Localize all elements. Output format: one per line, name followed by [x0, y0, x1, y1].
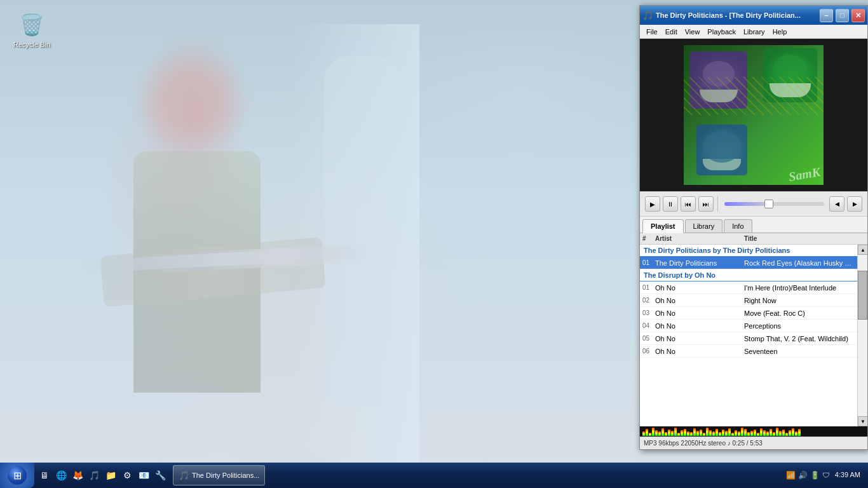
vis-bar [652, 428, 654, 436]
playlist-item-0-0-artist: The Dirty Politicians [655, 259, 744, 267]
vis-bar [655, 430, 658, 436]
firefox-icon[interactable]: 🦊 [70, 468, 85, 483]
menu-edit[interactable]: Edit [661, 27, 681, 37]
systray-battery[interactable]: 🔋 [810, 471, 820, 480]
show-desktop-icon[interactable]: 🖥 [37, 468, 52, 483]
vis-bar [700, 430, 702, 436]
playlist-item-1-0-num: 01 [642, 284, 655, 291]
vis-bar [646, 429, 648, 436]
systray-volume[interactable]: 🔊 [798, 471, 808, 480]
vis-bar [687, 431, 689, 436]
playlist-item-1-4-artist: Oh No [655, 335, 744, 342]
art-graffiti: SamK [787, 165, 821, 184]
maximize-button[interactable]: □ [836, 9, 849, 22]
playlist-item-1-5-num: 06 [642, 348, 655, 355]
playlist-item-1-3-title: Perceptions [744, 322, 855, 330]
vis-bar [642, 431, 645, 436]
art-lines [684, 77, 824, 115]
recycle-bin-icon: 🗑️ [13, 13, 51, 37]
vis-bar [677, 433, 680, 436]
playlist-item-1-1-artist: Oh No [655, 297, 744, 304]
volume-up-button[interactable]: ▶ [847, 196, 862, 212]
separator-1 [717, 196, 718, 212]
vis-bar [773, 432, 775, 436]
start-orb[interactable]: ⊞ [8, 466, 27, 485]
vis-bar [779, 431, 782, 436]
misc-icon-2[interactable]: ⚙ [119, 468, 135, 483]
tab-playlist[interactable]: Playlist [642, 219, 684, 233]
vis-bar [665, 432, 667, 436]
vis-bar [684, 429, 686, 436]
recycle-bin[interactable]: 🗑️ Recycle Bin [13, 13, 51, 50]
playlist-item-1-0[interactable]: 01 Oh No I'm Here (Intro)/Beat Interlude [640, 281, 857, 294]
visualizer [640, 426, 867, 437]
scroll-up-button[interactable]: ▲ [858, 245, 867, 255]
minimize-button[interactable]: – [820, 9, 833, 22]
playlist-item-1-3-artist: Oh No [655, 322, 744, 330]
tab-info[interactable]: Info [724, 219, 752, 233]
art-element-3 [696, 125, 747, 175]
quick-launch: 🖥 🌐 🦊 🎵 📁 ⚙ 📧 🔧 [34, 463, 170, 488]
menu-help[interactable]: Help [769, 27, 791, 37]
systray-security[interactable]: 🛡 [822, 471, 830, 480]
vis-bar [709, 430, 712, 436]
titlebar-title: The Dirty Politicians - [The Dirty Polit… [656, 11, 817, 19]
scrollbar-thumb[interactable] [858, 271, 867, 319]
volume-down-button[interactable]: ◀ [829, 196, 844, 212]
titlebar-icon: 🎵 [642, 10, 653, 20]
playlist-item-1-5[interactable]: 06 Oh No Seventeen [640, 345, 857, 358]
menu-view[interactable]: View [681, 27, 704, 37]
vis-bar [735, 430, 737, 436]
titlebar: 🎵 The Dirty Politicians - [The Dirty Pol… [640, 6, 867, 25]
pause-button[interactable]: ⏸ [663, 196, 678, 212]
start-button[interactable]: ⊞ [0, 463, 34, 488]
systray-network[interactable]: 📶 [786, 471, 796, 480]
media-icon[interactable]: 🎵 [86, 468, 102, 483]
system-clock[interactable]: 4:39 AM [832, 470, 863, 480]
misc-icon-4[interactable]: 🔧 [153, 468, 168, 483]
playlist-item-1-2[interactable]: 03 Oh No Move (Feat. Roc C) [640, 307, 857, 320]
menu-library[interactable]: Library [740, 27, 769, 37]
playback-controls: ▶ ⏸ ⏮ ⏭ ◀ ▶ [640, 191, 867, 217]
vis-bar [776, 428, 778, 436]
scrollbar-track [858, 255, 867, 416]
volume-slider[interactable] [724, 202, 824, 206]
vis-bar [649, 433, 651, 436]
playlist-item-0-0[interactable]: 01 The Dirty Politicians Rock Red Eyes (… [640, 257, 857, 269]
taskbar-app-mediaplayer[interactable]: 🎵 The Dirty Politicians... [173, 465, 265, 485]
playlist-column-headers: # Artist Title [640, 233, 867, 245]
col-header-title: Title [744, 235, 865, 242]
prev-button[interactable]: ⏮ [681, 196, 696, 212]
playlist-scrollbar[interactable]: ▲ ▼ [857, 245, 867, 426]
menu-playback[interactable]: Playback [703, 27, 740, 37]
playlist-group-1-header: The Dirty Politicians by The Dirty Polit… [640, 245, 857, 257]
ie-icon[interactable]: 🌐 [53, 468, 69, 483]
playlist-item-1-1[interactable]: 02 Oh No Right Now [640, 294, 857, 307]
misc-icon-3[interactable]: 📧 [136, 468, 151, 483]
play-button[interactable]: ▶ [645, 196, 660, 212]
scroll-down-button[interactable]: ▼ [858, 416, 867, 426]
vis-bar [763, 430, 766, 436]
col-header-artist: Artist [655, 235, 744, 242]
next-button[interactable]: ⏭ [698, 196, 714, 212]
close-button[interactable]: ✕ [851, 9, 865, 22]
menu-file[interactable]: File [642, 27, 661, 37]
recycle-bin-label: Recycle Bin [13, 41, 50, 48]
vis-bar [766, 431, 769, 436]
volume-thumb[interactable] [764, 200, 773, 208]
misc-icon-1[interactable]: 📁 [103, 468, 118, 483]
vis-bar [760, 428, 763, 436]
playlist-item-0-0-title: Rock Red Eyes (Alaskan Husky Owners) [744, 259, 855, 267]
playlist-content[interactable]: The Dirty Politicians by The Dirty Polit… [640, 245, 857, 426]
playlist-item-1-2-artist: Oh No [655, 309, 744, 317]
vis-bar [757, 433, 759, 436]
playlist-item-1-4[interactable]: 05 Oh No Stomp That, V. 2 (Feat. Wildchi… [640, 332, 857, 345]
playlist-item-1-5-title: Seventeen [744, 348, 855, 355]
vis-bar [785, 433, 788, 436]
vis-bar [703, 433, 705, 436]
playlist-item-1-5-artist: Oh No [655, 348, 744, 355]
taskbar-app-mediaplayer-icon: 🎵 [179, 470, 189, 480]
playlist-item-1-3[interactable]: 04 Oh No Perceptions [640, 320, 857, 332]
vis-bar [715, 429, 718, 436]
tab-library[interactable]: Library [685, 219, 723, 233]
